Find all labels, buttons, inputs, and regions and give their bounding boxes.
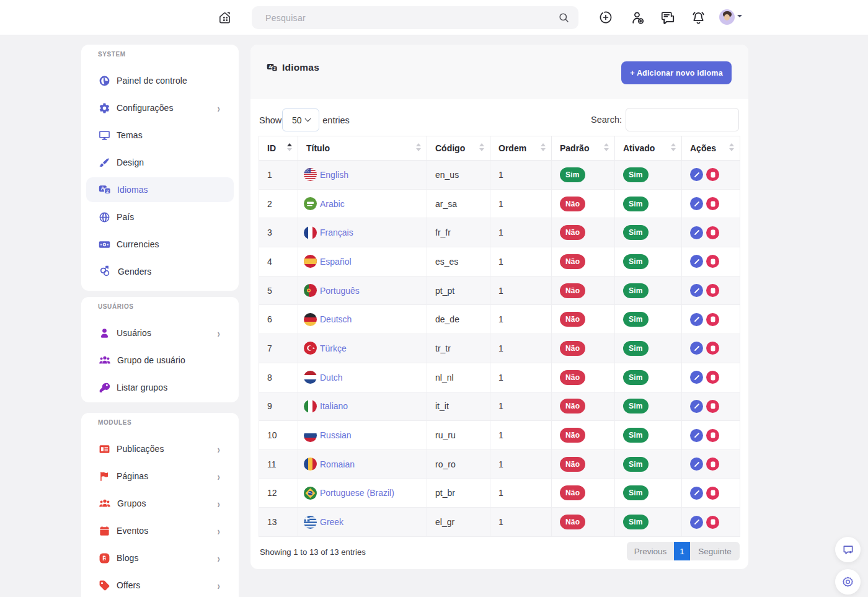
svg-text:2: 2 (273, 66, 276, 71)
svg-text:2: 2 (106, 188, 108, 194)
svg-text:A: A (101, 185, 105, 192)
svg-text:A: A (268, 64, 272, 69)
